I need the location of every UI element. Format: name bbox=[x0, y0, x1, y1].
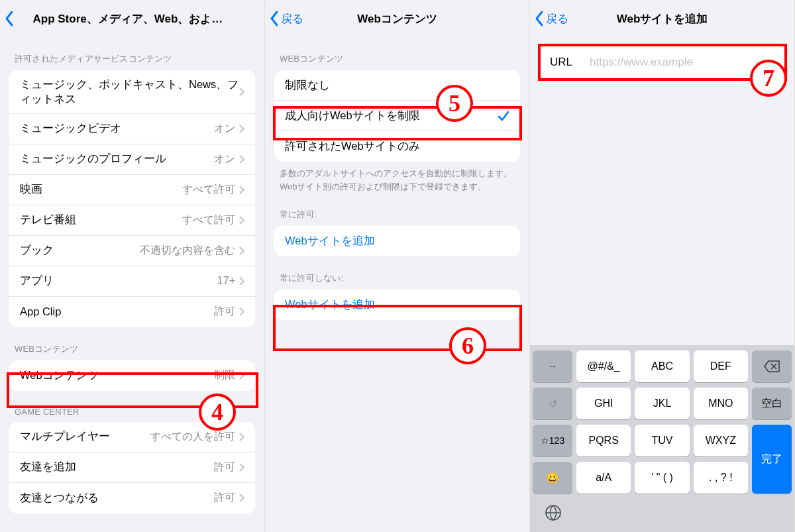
row-value: 許可 bbox=[214, 460, 235, 474]
chevron-right-icon bbox=[239, 277, 244, 286]
back-label: 戻る bbox=[281, 11, 303, 27]
always-deny-group: Webサイトを追加 bbox=[274, 290, 520, 320]
key-mno[interactable]: MNO bbox=[694, 388, 748, 419]
row-label: App Clip bbox=[20, 305, 214, 318]
row-label: ミュージック、ポッドキャスト、News、フィットネス bbox=[20, 77, 239, 107]
chevron-left-icon bbox=[534, 9, 546, 28]
row-music-profile[interactable]: ミュージックのプロフィール オン bbox=[9, 144, 255, 175]
check-icon bbox=[498, 110, 509, 122]
row-label: ミュージックビデオ bbox=[20, 121, 214, 136]
key-punct[interactable]: . , ? ! bbox=[694, 462, 748, 494]
url-input-row[interactable]: URL https://www.example bbox=[539, 46, 785, 78]
row-books[interactable]: ブック 不適切な内容を含む bbox=[9, 236, 255, 266]
row-tv[interactable]: テレビ番組 すべて許可 bbox=[9, 205, 255, 236]
key-jkl[interactable]: JKL bbox=[635, 388, 689, 419]
option-allowed-only[interactable]: 許可されたWebサイトのみ bbox=[274, 131, 520, 162]
row-label: 成人向けWebサイトを制限 bbox=[285, 109, 498, 123]
chevron-right-icon bbox=[239, 155, 244, 164]
back-button[interactable] bbox=[4, 9, 16, 28]
row-value: 不適切な内容を含む bbox=[140, 244, 235, 258]
key-next[interactable]: → bbox=[533, 350, 572, 382]
arrow-right-icon: → bbox=[547, 360, 558, 372]
chevron-right-icon bbox=[239, 371, 244, 380]
globe-icon[interactable] bbox=[545, 504, 562, 521]
key-star123[interactable]: ☆123 bbox=[533, 425, 572, 456]
row-web-content[interactable]: Webコンテンツ 制限 bbox=[9, 360, 255, 391]
row-label: テレビ番組 bbox=[20, 213, 182, 227]
row-value: 制限 bbox=[214, 368, 235, 382]
row-appclip[interactable]: App Clip 許可 bbox=[9, 297, 255, 327]
key-ghi[interactable]: GHI bbox=[576, 388, 631, 419]
row-label: Webコンテンツ bbox=[20, 368, 214, 383]
back-button[interactable]: 戻る bbox=[534, 9, 568, 28]
keyboard: → @#/&_ ABC DEF ↺ GHI JKL MNO 空白 ☆123 PQ… bbox=[530, 345, 794, 532]
row-music-video[interactable]: ミュージックビデオ オン bbox=[9, 114, 255, 144]
chevron-right-icon bbox=[239, 494, 244, 502]
row-value: すべての人を許可 bbox=[150, 430, 235, 444]
row-label: 制限なし bbox=[285, 78, 509, 93]
row-label: 友達とつながる bbox=[20, 491, 214, 505]
section-header-media: 許可されたメディアサービスコンテンツ bbox=[0, 37, 264, 70]
row-movies[interactable]: 映画 すべて許可 bbox=[9, 175, 255, 205]
key-undo[interactable]: ↺ bbox=[533, 388, 572, 419]
webcontent-options: 制限なし 成人向けWebサイトを制限 許可されたWebサイトのみ bbox=[274, 70, 520, 162]
row-label: ミュージックのプロフィール bbox=[20, 152, 214, 166]
gamecenter-group: マルチプレイヤー すべての人を許可 友達を追加 許可 友達とつながる 許可 bbox=[9, 422, 255, 513]
option-none[interactable]: 制限なし bbox=[274, 70, 520, 101]
always-allow-group: Webサイトを追加 bbox=[274, 226, 520, 256]
row-label: 友達を追加 bbox=[20, 460, 214, 474]
chevron-right-icon bbox=[239, 125, 244, 133]
chevron-right-icon bbox=[239, 307, 244, 316]
row-connect[interactable]: 友達とつながる 許可 bbox=[9, 483, 255, 513]
chevron-right-icon bbox=[239, 216, 244, 225]
option-adult[interactable]: 成人向けWebサイトを制限 bbox=[274, 101, 520, 131]
row-multiplayer[interactable]: マルチプレイヤー すべての人を許可 bbox=[9, 422, 255, 452]
key-space[interactable]: 空白 bbox=[752, 388, 792, 419]
key-pqrs[interactable]: PQRS bbox=[576, 425, 631, 456]
page-title: Webサイトを追加 bbox=[617, 11, 708, 27]
row-value: 許可 bbox=[214, 491, 235, 505]
row-label: アプリ bbox=[20, 274, 217, 288]
back-button[interactable]: 戻る bbox=[269, 9, 303, 28]
row-value: オン bbox=[214, 152, 235, 166]
section-header-always-deny: 常に許可しない: bbox=[265, 256, 529, 290]
row-label: ブック bbox=[20, 243, 140, 258]
screen-web-content: 戻る Webコンテンツ WEBコンテンツ 制限なし 成人向けWebサイトを制限 … bbox=[265, 0, 530, 532]
row-music[interactable]: ミュージック、ポッドキャスト、News、フィットネス bbox=[9, 70, 255, 114]
keyboard-bottom bbox=[533, 499, 792, 528]
url-label: URL bbox=[550, 56, 572, 69]
row-value: 17+ bbox=[217, 275, 235, 287]
row-addfriend[interactable]: 友達を追加 許可 bbox=[9, 452, 255, 483]
row-link: Webサイトを追加 bbox=[285, 234, 375, 248]
back-label: 戻る bbox=[546, 11, 568, 27]
key-abc[interactable]: ABC bbox=[635, 350, 689, 382]
key-wxyz[interactable]: WXYZ bbox=[694, 425, 748, 456]
section-header-gamecenter: GAME CENTER bbox=[0, 391, 264, 422]
backspace-icon bbox=[763, 360, 780, 373]
key-quotes[interactable]: ' " ( ) bbox=[635, 462, 689, 494]
key-backspace[interactable] bbox=[752, 350, 792, 382]
key-symbols[interactable]: @#/&_ bbox=[576, 350, 631, 382]
row-value: すべて許可 bbox=[182, 213, 235, 227]
section-header-always-allow: 常に許可: bbox=[265, 193, 529, 226]
row-label: 許可されたWebサイトのみ bbox=[285, 139, 509, 154]
highlight-badge-6: 6 bbox=[449, 327, 486, 364]
media-group: ミュージック、ポッドキャスト、News、フィットネス ミュージックビデオ オン … bbox=[9, 70, 255, 327]
key-case[interactable]: a/A bbox=[576, 462, 631, 494]
row-apps[interactable]: アプリ 17+ bbox=[9, 266, 255, 297]
row-value: オン bbox=[214, 122, 235, 136]
key-done[interactable]: 完了 bbox=[752, 425, 792, 494]
chevron-left-icon bbox=[4, 9, 16, 28]
screen-content-restrictions: App Store、メディア、Web、およびゲ… 許可されたメディアサービスコン… bbox=[0, 0, 265, 532]
key-tuv[interactable]: TUV bbox=[635, 425, 689, 456]
emoji-icon: 😀 bbox=[546, 472, 559, 484]
page-title: Webコンテンツ bbox=[357, 11, 437, 27]
undo-icon: ↺ bbox=[549, 398, 557, 410]
key-emoji[interactable]: 😀 bbox=[533, 462, 572, 494]
row-label: マルチプレイヤー bbox=[20, 429, 150, 444]
nav-bar: App Store、メディア、Web、およびゲ… bbox=[0, 0, 264, 37]
add-website-allow[interactable]: Webサイトを追加 bbox=[274, 226, 520, 256]
key-def[interactable]: DEF bbox=[694, 350, 748, 382]
add-website-deny[interactable]: Webサイトを追加 bbox=[274, 290, 520, 320]
chevron-right-icon bbox=[239, 246, 244, 255]
